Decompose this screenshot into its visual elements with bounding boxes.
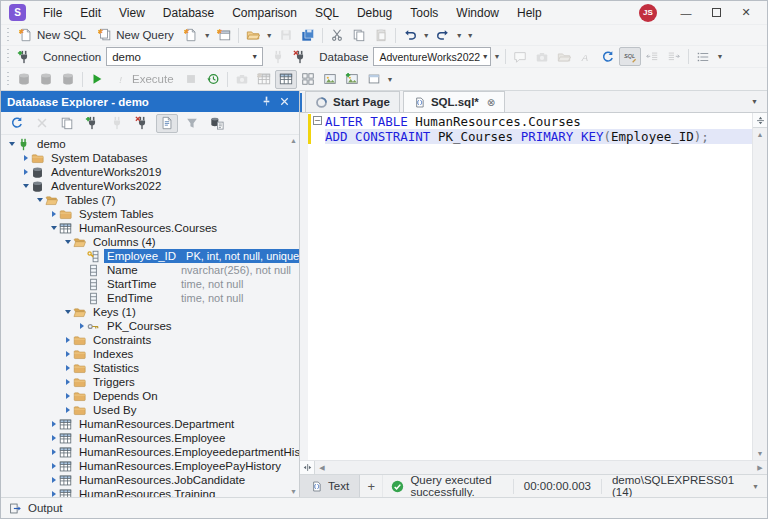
menu-item[interactable]: Debug	[348, 1, 401, 24]
expand-arrow-icon[interactable]	[48, 449, 59, 455]
expand-arrow-icon[interactable]	[20, 155, 31, 161]
user-avatar[interactable]: JS	[639, 4, 657, 22]
expand-arrow-icon[interactable]	[62, 379, 73, 385]
new-connection-button[interactable]	[13, 47, 35, 66]
explorer-details-button[interactable]	[156, 114, 178, 133]
tab-close-icon[interactable]: ⊗	[487, 97, 495, 108]
tree-item[interactable]: HumanResources.JobCandidate	[1, 473, 299, 487]
tab-sql-sql-[interactable]: SQL.sql*⊗	[403, 91, 505, 112]
tree-item[interactable]: PK_Courses	[1, 319, 299, 333]
text-view-tab[interactable]: Text	[300, 475, 360, 497]
new-query-button[interactable]: ✱New Query	[92, 26, 180, 45]
split-editor-handle[interactable]	[753, 113, 767, 128]
tree-item[interactable]: Depends On	[1, 389, 299, 403]
chevron-down-icon[interactable]: ▼	[202, 32, 213, 39]
undo-button[interactable]	[399, 26, 421, 45]
scroll-up-arrow[interactable]: ▲	[757, 128, 764, 141]
collapse-arrow-icon[interactable]	[62, 310, 73, 314]
query-history-button[interactable]	[202, 70, 224, 89]
tree-item[interactable]: AdventureWorks2019	[1, 165, 299, 179]
explorer-disconnect-button[interactable]	[131, 114, 153, 133]
new-sql-button[interactable]: ✱New SQL	[13, 26, 92, 45]
maximize-icon[interactable]	[701, 1, 731, 24]
code-lines[interactable]: ALTER TABLE HumanResources.CoursesADD CO…	[325, 113, 752, 460]
expand-arrow-icon[interactable]	[62, 351, 73, 357]
tree-item[interactable]: Columns (4)	[1, 235, 299, 249]
copy-button[interactable]	[348, 26, 370, 45]
cut-button[interactable]	[326, 26, 348, 45]
menu-item[interactable]: SQL	[306, 1, 348, 24]
tree-item[interactable]: Tables (7)	[1, 193, 299, 207]
menu-item[interactable]: Help	[508, 1, 551, 24]
tree-item[interactable]: StartTimetime, not null	[1, 277, 299, 291]
expand-arrow-icon[interactable]	[48, 211, 59, 217]
tab-start-page[interactable]: Start Page	[305, 91, 400, 112]
expand-arrow-icon[interactable]	[48, 435, 59, 441]
chevron-down-icon[interactable]: ▼	[385, 76, 396, 83]
sql-code-area[interactable]: – ALTER TABLE HumanResources.CoursesADD …	[300, 113, 752, 460]
new-view-button[interactable]	[363, 70, 385, 89]
tree-item[interactable]: Keys (1)	[1, 305, 299, 319]
output-bar[interactable]: Output	[1, 497, 767, 518]
chevron-down-icon[interactable]: ▼	[421, 32, 432, 39]
close-icon[interactable]: ✕	[731, 1, 761, 24]
status-chevron-icon[interactable]: ▼	[744, 483, 767, 490]
tab-list-chevron-icon[interactable]: ▼	[742, 98, 767, 105]
split-editor-vertical-handle[interactable]	[300, 461, 315, 474]
scroll-left-arrow[interactable]: ◀	[315, 464, 329, 472]
disconnect-button[interactable]	[289, 47, 311, 66]
expand-arrow-icon[interactable]	[48, 491, 59, 497]
explorer-script-button[interactable]	[206, 114, 228, 133]
new-window-button[interactable]: ✱	[213, 26, 235, 45]
tree-item[interactable]: Indexes	[1, 347, 299, 361]
expand-arrow-icon[interactable]	[62, 365, 73, 371]
explorer-new-connection-button[interactable]	[81, 114, 103, 133]
tree-item[interactable]: System Databases	[1, 151, 299, 165]
explorer-filter-button[interactable]	[181, 114, 203, 133]
tree-item[interactable]: Namenvarchar(256), not null	[1, 263, 299, 277]
refresh-button[interactable]	[597, 47, 619, 66]
menu-item[interactable]: Tools	[401, 1, 447, 24]
toolbar-grip[interactable]	[7, 49, 9, 64]
expand-arrow-icon[interactable]	[20, 169, 31, 175]
tree-item[interactable]: HumanResources.Courses	[1, 221, 299, 235]
tree-item[interactable]: System Tables	[1, 207, 299, 221]
add-diagram-button[interactable]	[341, 70, 363, 89]
tree-item[interactable]: HumanResources.Department	[1, 417, 299, 431]
tree-item[interactable]: HumanResources.Employee	[1, 431, 299, 445]
chevron-down-icon[interactable]: ▼	[465, 32, 476, 39]
toolbar-grip[interactable]	[7, 28, 9, 43]
expand-arrow-icon[interactable]	[48, 463, 59, 469]
connection-select[interactable]: demo ▼	[106, 47, 263, 66]
chevron-down-icon[interactable]: ▼	[491, 53, 502, 60]
chevron-down-icon[interactable]: ▼	[264, 32, 275, 39]
tree-item[interactable]: Triggers	[1, 375, 299, 389]
collapse-arrow-icon[interactable]	[48, 226, 59, 230]
expand-arrow-icon[interactable]	[48, 477, 59, 483]
new-document-button[interactable]: ✱	[180, 26, 202, 45]
tree-item[interactable]: EndTimetime, not null	[1, 291, 299, 305]
tree-item[interactable]: Constraints	[1, 333, 299, 347]
explorer-refresh-button[interactable]	[6, 114, 28, 133]
horizontal-scrollbar[interactable]: ◀ ▶	[300, 460, 767, 474]
tree-item[interactable]: HumanResources.EmployeedepartmentHistory	[1, 445, 299, 459]
code-line[interactable]: ALTER TABLE HumanResources.Courses	[325, 114, 752, 129]
menu-item[interactable]: Database	[154, 1, 223, 24]
scroll-down-arrow[interactable]: ▼	[757, 447, 764, 460]
list-members-button[interactable]	[692, 47, 714, 66]
server-info[interactable]: demo\SQLEXPRESS01 (14)	[601, 479, 744, 494]
tree-item[interactable]: demo	[1, 137, 299, 151]
menu-item[interactable]: Window	[447, 1, 508, 24]
vertical-scrollbar[interactable]: ▲ ▼	[752, 113, 767, 460]
tree-item[interactable]: Used By	[1, 403, 299, 417]
minimize-icon[interactable]: —	[671, 1, 701, 24]
expand-arrow-icon[interactable]	[48, 421, 59, 427]
tree-scroll-up[interactable]: ▲	[290, 137, 297, 144]
toolbar-grip[interactable]	[7, 72, 9, 87]
diagram-button[interactable]	[319, 70, 341, 89]
pin-icon[interactable]	[257, 95, 275, 108]
scroll-right-arrow[interactable]: ▶	[753, 464, 767, 472]
tree-item[interactable]: Statistics	[1, 361, 299, 375]
database-select[interactable]: AdventureWorks2022 ▼	[373, 47, 491, 66]
layout-button[interactable]	[297, 70, 319, 89]
